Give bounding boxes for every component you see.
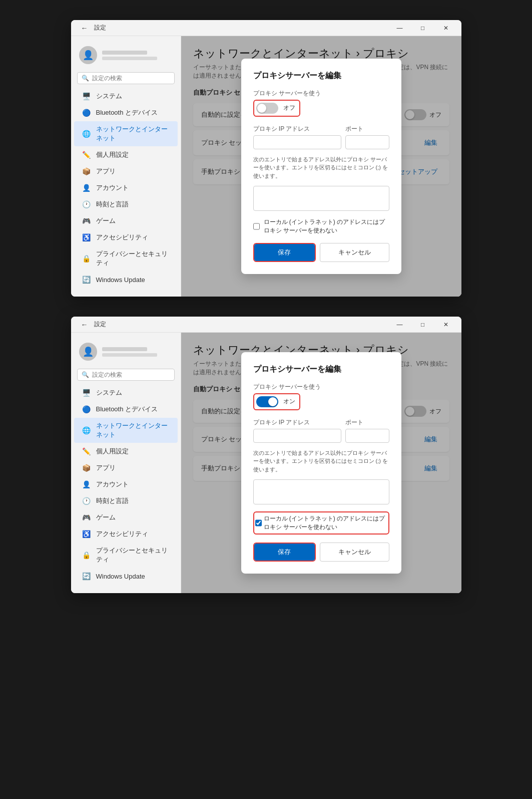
winupdate-icon-1: 🔄 [82, 275, 91, 284]
save-button-2[interactable]: 保存 [254, 544, 315, 561]
sidebar-item-winupdate-2[interactable]: 🔄 Windows Update [74, 568, 178, 584]
privacy-icon-1: 🔒 [82, 254, 91, 263]
dialog-proxy-toggle-1[interactable] [256, 103, 278, 114]
local-checkbox-2[interactable] [255, 519, 262, 526]
dialog-toggle-highlight-2: オン [253, 393, 300, 410]
dialog-hint-2: 次のエントリで始まるアドレス以外にプロキシ サーバーを使います。エントリを区切る… [253, 449, 389, 474]
title-bar-2: ← 設定 — □ ✕ [71, 317, 461, 333]
sidebar-item-system-2[interactable]: 🖥️ システム [74, 385, 178, 401]
time-icon-2: 🕐 [82, 496, 91, 505]
close-button-2[interactable]: ✕ [434, 317, 457, 333]
sidebar-label-system-2: システム [96, 388, 122, 397]
sidebar-label-time-1: 時刻と言語 [96, 200, 129, 209]
use-proxy-label-2: プロキシ サーバーを使う [253, 383, 389, 391]
sidebar-item-accounts-2[interactable]: 👤 アカウント [74, 476, 178, 492]
user-email-1 [102, 57, 157, 60]
apps-icon-2: 📦 [82, 463, 91, 472]
save-button-highlight-1: 保存 [253, 243, 316, 262]
dialog-toggle-thumb-1 [257, 104, 266, 113]
sidebar-label-personal-2: 個人用設定 [96, 447, 129, 456]
winupdate-icon-2: 🔄 [82, 572, 91, 581]
sidebar-item-personal-2[interactable]: ✏️ 個人用設定 [74, 443, 178, 459]
sidebar-label-privacy-2: プライバシーとセキュリティ [96, 546, 170, 564]
sidebar-item-system-1[interactable]: 🖥️ システム [74, 88, 178, 104]
sidebar-item-gaming-2[interactable]: 🎮 ゲーム [74, 509, 178, 525]
dialog-title-2: プロキシサーバーを編集 [253, 364, 389, 375]
system-icon-1: 🖥️ [82, 92, 91, 101]
user-email-2 [102, 353, 157, 357]
port-input-2[interactable] [345, 429, 389, 443]
sidebar-label-gaming-1: ゲーム [96, 216, 116, 225]
dialog-toggle-row-2: オン [253, 393, 389, 410]
window-controls-2: — □ ✕ [388, 317, 457, 333]
save-button-1[interactable]: 保存 [254, 244, 315, 261]
title-bar-left-2: ← 設定 [79, 319, 106, 331]
search-icon-1: 🔍 [82, 75, 89, 82]
dialog-toggle-row-1: オフ [253, 100, 389, 117]
search-input-1[interactable] [92, 75, 170, 82]
sidebar-label-access-2: アクセシビリティ [96, 529, 148, 539]
checkbox-label-2: ローカル (イントラネット) のアドレスにはプロキシ サーバーを使わない [263, 512, 388, 534]
sidebar-item-privacy-2[interactable]: 🔒 プライバシーとセキュリティ [74, 543, 178, 568]
port-label-1: ポート [345, 125, 389, 133]
sidebar-item-access-1[interactable]: ♿ アクセシビリティ [74, 229, 178, 245]
sidebar-label-system-1: システム [96, 92, 122, 101]
cancel-button-2[interactable]: キャンセル [320, 543, 389, 562]
search-box-2[interactable]: 🔍 [77, 369, 175, 381]
sidebar-item-privacy-1[interactable]: 🔒 プライバシーとセキュリティ [74, 246, 178, 271]
dialog-toggle-label-1: オフ [283, 104, 295, 112]
ip-input-group-1: プロキシ IP アドレス [253, 125, 341, 149]
sidebar-1: 👤 🔍 🖥️ システム 🔵 Bluetooth とデバイス 🌐 [71, 36, 181, 297]
port-input-group-2: ポート [345, 418, 389, 443]
back-button-2[interactable]: ← [79, 319, 90, 331]
title-bar-left: ← 設定 [79, 22, 106, 34]
sidebar-item-accounts-1[interactable]: 👤 アカウント [74, 180, 178, 196]
sidebar-item-bluetooth-2[interactable]: 🔵 Bluetooth とデバイス [74, 401, 178, 417]
exception-textarea-2[interactable] [253, 479, 389, 504]
sidebar-item-network-1[interactable]: 🌐 ネットワークとインターネット [74, 121, 178, 146]
ip-input-2[interactable] [253, 429, 341, 443]
cancel-button-1[interactable]: キャンセル [320, 243, 389, 262]
sidebar-item-personal-1[interactable]: ✏️ 個人用設定 [74, 147, 178, 163]
sidebar-item-time-1[interactable]: 🕐 時刻と言語 [74, 196, 178, 212]
maximize-button-1[interactable]: □ [411, 20, 434, 36]
user-name-1 [102, 51, 147, 55]
minimize-button-2[interactable]: — [388, 317, 411, 333]
sidebar-label-access-1: アクセシビリティ [96, 233, 148, 242]
maximize-button-2[interactable]: □ [411, 317, 434, 333]
close-button-1[interactable]: ✕ [434, 20, 457, 36]
sidebar-label-gaming-2: ゲーム [96, 513, 116, 522]
main-content-1: ネットワークとインターネット › プロキシ イーサネットまたは Wi-Fi 接続… [181, 36, 461, 297]
apps-icon-1: 📦 [82, 167, 91, 176]
sidebar-item-time-2[interactable]: 🕐 時刻と言語 [74, 493, 178, 509]
sidebar-item-apps-1[interactable]: 📦 アプリ [74, 163, 178, 179]
checkbox-label-1: ローカル (イントラネット) のアドレスにはプロキシ サーバーを使わない [264, 218, 389, 235]
personal-icon-2: ✏️ [82, 447, 91, 456]
search-icon-2: 🔍 [82, 371, 89, 378]
sidebar-item-bluetooth-1[interactable]: 🔵 Bluetooth とデバイス [74, 105, 178, 121]
dialog-1: プロキシサーバーを編集 プロキシ サーバーを使う オフ プロキシ IP アドレス [241, 59, 401, 275]
search-input-2[interactable] [92, 371, 170, 378]
sidebar-label-privacy-1: プライバシーとセキュリティ [96, 249, 170, 268]
exception-textarea-1[interactable] [253, 186, 389, 211]
port-label-2: ポート [345, 418, 389, 427]
search-box-1[interactable]: 🔍 [77, 72, 175, 84]
back-button[interactable]: ← [79, 22, 90, 34]
sidebar-item-winupdate-1[interactable]: 🔄 Windows Update [74, 272, 178, 288]
sidebar-item-apps-2[interactable]: 📦 アプリ [74, 460, 178, 476]
window-body-2: 👤 🔍 🖥️ システム 🔵 Bluetooth とデバイス 🌐 ネッ [71, 333, 461, 593]
access-icon-2: ♿ [82, 529, 91, 539]
personal-icon-1: ✏️ [82, 150, 91, 159]
sidebar-item-network-2[interactable]: 🌐 ネットワークとインターネット [74, 418, 178, 443]
sidebar-item-access-2[interactable]: ♿ アクセシビリティ [74, 526, 178, 542]
user-profile-2: 👤 [71, 339, 181, 367]
dialog-overlay-1: プロキシサーバーを編集 プロキシ サーバーを使う オフ プロキシ IP アドレス [181, 36, 461, 297]
minimize-button-1[interactable]: — [388, 20, 411, 36]
dialog-proxy-toggle-2[interactable] [256, 396, 278, 407]
ip-input-1[interactable] [253, 135, 341, 149]
port-input-1[interactable] [345, 135, 389, 149]
window-title-2: 設定 [94, 320, 106, 329]
dialog-input-row-2: プロキシ IP アドレス ポート [253, 418, 389, 443]
sidebar-item-gaming-1[interactable]: 🎮 ゲーム [74, 213, 178, 229]
local-checkbox-1[interactable] [253, 223, 260, 230]
